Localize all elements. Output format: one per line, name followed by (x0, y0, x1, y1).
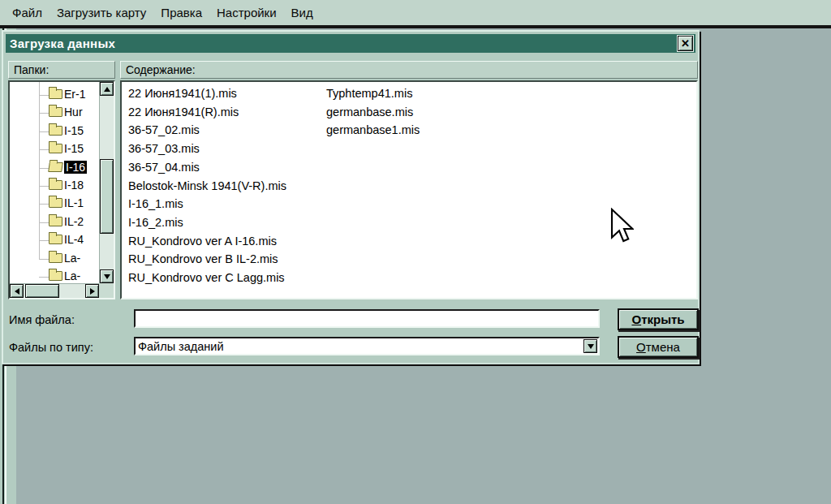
tree-item[interactable]: I-15 (10, 123, 99, 140)
contents-header: Содержание: (120, 61, 698, 79)
folder-icon (49, 126, 62, 136)
tree-connector-stub (39, 277, 49, 278)
tree-connector-stub (39, 149, 49, 150)
load-data-dialog: Загрузка данных ✕ Папки: Содержание: Er-… (2, 30, 700, 364)
file-item[interactable]: germanbase1.mis (326, 121, 420, 140)
tree-item[interactable]: Hur (10, 104, 99, 122)
open-folder-icon (48, 162, 63, 172)
folders-header-label: Папки: (14, 63, 49, 76)
scroll-down-button[interactable] (100, 269, 114, 283)
file-item[interactable]: I-16_2.mis (128, 213, 286, 232)
filename-input[interactable] (134, 309, 600, 328)
chevron-down-icon (588, 344, 594, 349)
tree-item-label: IL-4 (64, 233, 84, 246)
folder-icon (49, 180, 62, 190)
file-item[interactable]: germanbase.mis (326, 103, 420, 122)
folder-icon (49, 253, 62, 263)
file-item[interactable]: 36-57_02.mis (128, 121, 286, 140)
combo-dropdown-button[interactable] (583, 339, 597, 353)
tree-item-label: I-15 (64, 124, 84, 137)
filename-label: Имя файла: (9, 313, 75, 326)
folder-icon (49, 107, 62, 117)
folder-tree-panel: Er-1HurI-15I-15I-16I-18IL-1IL-2IL-4La-La… (8, 80, 115, 299)
filetype-combobox[interactable]: Файлы заданий (134, 337, 600, 355)
folder-icon (49, 144, 62, 153)
open-button[interactable]: Открыть (618, 308, 699, 330)
dialog-title: Загрузка данных (6, 37, 115, 50)
tree-connector-stub (39, 113, 49, 114)
tree-item-label: Er-1 (64, 88, 85, 101)
tree-item-label: I-15 (64, 142, 84, 155)
arrow-right-icon (90, 288, 95, 295)
tree-item-label: Hur (64, 106, 83, 118)
contents-header-label: Содержание: (126, 63, 196, 76)
tree-item[interactable]: Er-1 (10, 86, 99, 104)
tree-item[interactable]: I-18 (10, 177, 99, 195)
cancel-button[interactable]: Отмена (618, 336, 699, 358)
scroll-right-button[interactable] (85, 284, 99, 298)
file-item[interactable]: 36-57_04.mis (128, 158, 286, 177)
menu-item[interactable]: Загрузить карту (51, 4, 152, 21)
menu-bar: ФайлЗагрузить картуПравкаНастройкиВид (0, 0, 831, 25)
folders-header: Папки: (8, 61, 115, 79)
close-icon: ✕ (681, 38, 690, 49)
file-list-panel: 22 Июня1941(1).mis22 Июня1941(R).mis36-5… (120, 80, 698, 299)
tree-item-label: La- (64, 269, 80, 282)
tree-horizontal-scrollbar[interactable] (10, 283, 99, 298)
menu-item[interactable]: Настройки (211, 4, 282, 21)
tree-connector-stub (39, 259, 49, 260)
file-item[interactable]: I-16_1.mis (128, 195, 286, 213)
tree-item[interactable]: IL-2 (10, 213, 99, 231)
dialog-titlebar[interactable]: Загрузка данных ✕ (6, 34, 695, 53)
filetype-label: Файлы по типу: (9, 341, 93, 354)
folder-tree: Er-1HurI-15I-15I-16I-18IL-1IL-2IL-4La-La… (10, 82, 99, 283)
scrollbar-corner (99, 283, 114, 298)
menu-item[interactable]: Правка (155, 4, 208, 21)
arrow-left-icon (15, 288, 19, 295)
tree-item-label: I-18 (64, 179, 84, 192)
scroll-left-button[interactable] (10, 284, 24, 298)
tree-connector-stub (39, 240, 49, 241)
tree-item[interactable]: La- (10, 250, 99, 268)
arrow-up-icon (104, 87, 110, 92)
tree-connector-stub (39, 131, 49, 132)
tree-connector-stub (39, 186, 49, 187)
file-item[interactable]: 36-57_03.mis (128, 140, 286, 158)
arrow-down-icon (104, 274, 110, 279)
tree-item[interactable]: IL-4 (10, 231, 99, 249)
file-item[interactable]: Belostok-Minsk 1941(V-R).mis (128, 177, 286, 196)
horizontal-scroll-thumb[interactable] (25, 284, 59, 298)
tree-item[interactable]: I-16 (10, 159, 99, 177)
tree-item[interactable]: I-15 (10, 140, 99, 158)
file-list-column-1: 22 Июня1941(1).mis22 Июня1941(R).mis36-5… (128, 84, 286, 287)
scroll-up-button[interactable] (100, 82, 114, 96)
tree-item[interactable]: IL-1 (10, 195, 99, 213)
folder-icon (49, 235, 62, 244)
menu-item[interactable]: Файл (6, 4, 48, 21)
folder-icon (49, 271, 62, 281)
tree-item-label: IL-1 (64, 196, 84, 209)
menu-item[interactable]: Вид (286, 4, 319, 21)
tree-connector-stub (39, 222, 49, 223)
file-item[interactable]: RU_Kondrovo ver A I-16.mis (128, 232, 286, 251)
file-item[interactable]: RU_Kondrovo ver C Lagg.mis (128, 269, 286, 287)
folder-icon (49, 89, 62, 99)
file-item[interactable]: 22 Июня1941(1).mis (128, 84, 286, 103)
file-list-column-2: Typhtemp41.misgermanbase.misgermanbase1.… (326, 84, 420, 140)
folder-icon (49, 217, 62, 226)
file-item[interactable]: RU_Kondrovo ver B IL-2.mis (128, 250, 286, 269)
tree-connector-stub (39, 168, 49, 169)
folder-icon (49, 198, 62, 208)
tree-connector-stub (39, 95, 49, 96)
tree-item[interactable]: La- (10, 268, 99, 283)
tree-connector-stub (39, 204, 49, 205)
tree-item-label: I-16 (64, 161, 87, 174)
filetype-value: Файлы заданий (136, 340, 583, 353)
tree-vertical-scrollbar[interactable] (99, 82, 114, 283)
vertical-scroll-thumb[interactable] (100, 159, 114, 234)
file-item[interactable]: Typhtemp41.mis (326, 84, 420, 103)
tree-item-label: La- (64, 252, 80, 265)
file-item[interactable]: 22 Июня1941(R).mis (128, 103, 286, 122)
tree-item-label: IL-2 (64, 215, 84, 228)
close-button[interactable]: ✕ (678, 36, 693, 51)
